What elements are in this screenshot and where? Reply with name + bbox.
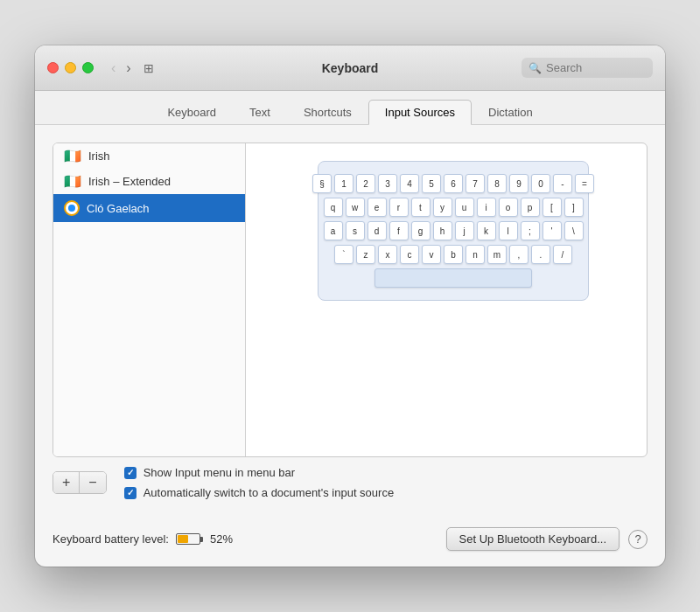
key-section: § xyxy=(312,174,332,193)
help-button[interactable]: ? xyxy=(628,530,648,549)
key-rbracket: ] xyxy=(564,198,584,217)
battery-fill xyxy=(178,535,188,543)
key-5: 5 xyxy=(422,174,441,193)
key-7: 7 xyxy=(466,174,485,193)
setup-bluetooth-button[interactable]: Set Up Bluetooth Keyboard... xyxy=(446,527,620,551)
auto-switch-checkbox[interactable] xyxy=(124,487,136,499)
key-l: l xyxy=(499,221,518,240)
key-period: . xyxy=(531,245,550,264)
key-row-4: ` z x c v b n m , . / xyxy=(332,245,574,264)
tab-dictation[interactable]: Dictation xyxy=(472,100,550,125)
keyboard-preview: § 1 2 3 4 5 6 7 8 9 0 - = xyxy=(318,161,589,301)
battery-body xyxy=(176,533,200,545)
tab-text[interactable]: Text xyxy=(233,100,287,125)
nav-buttons: ‹ › xyxy=(108,59,135,77)
tab-keyboard[interactable]: Keyboard xyxy=(150,100,233,125)
key-comma: , xyxy=(509,245,528,264)
key-2: 2 xyxy=(356,174,375,193)
key-j: j xyxy=(455,221,474,240)
remove-source-button[interactable]: − xyxy=(80,472,105,493)
key-1: 1 xyxy=(334,174,354,193)
clo-gaelach-label: Cló Gaelach xyxy=(87,202,150,215)
grid-icon: ⊞ xyxy=(144,61,154,75)
left-panel: 🇮🇪 Irish 🇮🇪 Irish – Extended Cló Gaelach xyxy=(53,143,246,456)
checkbox-row-show-menu: Show Input menu in menu bar xyxy=(124,466,394,479)
close-button[interactable] xyxy=(47,62,59,73)
battery-icon xyxy=(176,533,203,545)
key-z: z xyxy=(356,245,375,264)
key-g: g xyxy=(411,221,430,240)
list-item-irish[interactable]: 🇮🇪 Irish xyxy=(53,143,245,169)
minimize-button[interactable] xyxy=(65,62,76,73)
key-w: w xyxy=(346,198,365,217)
key-lbracket: [ xyxy=(542,198,562,217)
list-item-clo-gaelach[interactable]: Cló Gaelach xyxy=(53,194,245,222)
key-v: v xyxy=(422,245,441,264)
forward-button[interactable]: › xyxy=(122,59,134,77)
key-e: e xyxy=(368,198,387,217)
window: ‹ › ⊞ Keyboard 🔍 Keyboard Text Shortcuts… xyxy=(35,45,665,567)
key-equals: = xyxy=(575,174,594,193)
key-a: a xyxy=(324,221,343,240)
maximize-button[interactable] xyxy=(82,62,94,73)
bottom-controls: + − Show Input menu in menu bar Automati… xyxy=(52,466,648,499)
traffic-lights xyxy=(47,62,94,73)
checkbox-row-auto-switch: Automatically switch to a document's inp… xyxy=(124,486,394,499)
tab-input-sources[interactable]: Input Sources xyxy=(368,100,472,125)
key-k: k xyxy=(477,221,496,240)
key-y: y xyxy=(433,198,452,217)
add-remove-controls: + − xyxy=(52,471,107,494)
window-title: Keyboard xyxy=(322,61,379,75)
show-input-menu-checkbox[interactable] xyxy=(124,467,136,479)
battery-section: Keyboard battery level: 52% xyxy=(52,532,233,546)
key-row-1: § 1 2 3 4 5 6 7 8 9 0 - = xyxy=(332,174,574,193)
clo-icon xyxy=(64,200,80,216)
key-8: 8 xyxy=(487,174,507,193)
right-panel: § 1 2 3 4 5 6 7 8 9 0 - = xyxy=(260,143,647,456)
search-icon: 🔍 xyxy=(528,62,542,74)
key-row-space xyxy=(332,268,574,288)
key-h: h xyxy=(433,221,452,240)
list-item-irish-extended[interactable]: 🇮🇪 Irish – Extended xyxy=(53,169,245,194)
footer: Keyboard battery level: 52% Set Up Bluet… xyxy=(35,517,665,567)
key-f: f xyxy=(389,221,409,240)
irish-extended-label: Irish – Extended xyxy=(88,175,171,188)
key-0: 0 xyxy=(531,174,550,193)
key-n: n xyxy=(466,245,485,264)
main-area: 🇮🇪 Irish 🇮🇪 Irish – Extended Cló Gaelach xyxy=(52,143,648,457)
titlebar: ‹ › ⊞ Keyboard 🔍 xyxy=(35,45,665,91)
key-t: t xyxy=(411,198,430,217)
footer-buttons: Set Up Bluetooth Keyboard... ? xyxy=(446,527,648,551)
auto-switch-label: Automatically switch to a document's inp… xyxy=(144,486,394,499)
key-o: o xyxy=(499,198,518,217)
tabs-bar: Keyboard Text Shortcuts Input Sources Di… xyxy=(35,91,665,125)
key-x: x xyxy=(378,245,397,264)
search-input[interactable] xyxy=(546,61,646,74)
key-r: r xyxy=(389,198,409,217)
battery-label: Keyboard battery level: xyxy=(52,532,169,546)
battery-percent: 52% xyxy=(210,532,233,546)
key-3: 3 xyxy=(378,174,397,193)
key-space xyxy=(374,268,532,288)
back-button[interactable]: ‹ xyxy=(108,59,119,77)
search-box: 🔍 xyxy=(522,58,653,78)
content: 🇮🇪 Irish 🇮🇪 Irish – Extended Cló Gaelach xyxy=(35,125,665,517)
key-backslash: \ xyxy=(564,221,584,240)
key-backtick: ` xyxy=(334,245,354,264)
tab-shortcuts[interactable]: Shortcuts xyxy=(287,100,368,125)
irish-label: Irish xyxy=(88,150,110,163)
irish-extended-flag: 🇮🇪 xyxy=(64,176,81,188)
key-6: 6 xyxy=(444,174,463,193)
irish-flag: 🇮🇪 xyxy=(64,150,81,163)
clo-inner xyxy=(68,205,75,212)
key-c: c xyxy=(400,245,419,264)
key-s: s xyxy=(346,221,365,240)
key-4: 4 xyxy=(400,174,419,193)
key-9: 9 xyxy=(509,174,528,193)
key-p: p xyxy=(521,198,540,217)
battery-tip xyxy=(200,537,203,542)
key-q: q xyxy=(324,198,343,217)
key-d: d xyxy=(368,221,387,240)
key-row-2: q w e r t y u i o p [ ] xyxy=(332,198,574,217)
add-source-button[interactable]: + xyxy=(53,472,80,493)
